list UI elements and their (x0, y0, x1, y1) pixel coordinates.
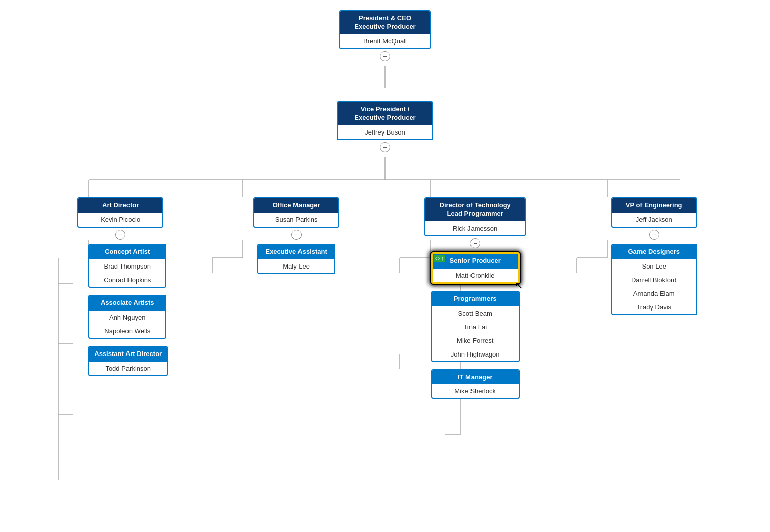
office-manager-collapse-btn[interactable]: − (291, 230, 302, 240)
associate-artists-title: Associate Artists (89, 296, 165, 311)
associate-artist-name2: Napoleon Wells (89, 324, 165, 338)
senior-producer-name: Matt Cronkile (433, 269, 518, 282)
cursor-icon: ↖ (515, 279, 523, 291)
vp-title: Vice President / Executive Producer (338, 102, 432, 125)
game-designer-name4: Trady Davis (612, 300, 696, 314)
ceo-name: Brentt McQuall (340, 34, 430, 48)
dot-col: Director of Technology Lead Programmer R… (424, 197, 526, 399)
vp-collapse-btn[interactable]: − (380, 142, 390, 152)
dot-children: ⇔ ↕ Senior Producer Matt Cronkile ↖ Prog… (431, 252, 520, 400)
game-designer-name1: Son Lee (612, 259, 696, 273)
ceo-collapse-btn[interactable]: − (380, 51, 390, 61)
vp-eng-col: VP of Engineering Jeff Jackson − Game De… (611, 197, 697, 315)
associate-artists-node: Associate Artists Anh Nguyen Napoleon We… (88, 295, 166, 339)
office-manager-title: Office Manager (254, 198, 338, 213)
concept-artist-title: Concept Artist (89, 245, 165, 259)
exec-assistant-title: Executive Assistant (258, 245, 334, 259)
vp-eng-title: VP of Engineering (612, 198, 696, 213)
ceo-title: President & CEO Executive Producer (340, 11, 430, 34)
asst-art-director-name: Todd Parkinson (89, 362, 167, 375)
programmers-title: Programmers (432, 292, 519, 306)
programmer-name4: John Highwagon (432, 347, 519, 361)
dot-title: Director of Technology Lead Programmer (425, 198, 525, 221)
asst-art-director-node: Assistant Art Director Todd Parkinson (88, 346, 168, 376)
game-designers-node: Game Designers Son Lee Darrell Blokford … (611, 244, 697, 315)
concept-artist-node: Concept Artist Brad Thompson Conrad Hopk… (88, 244, 166, 288)
exec-assistant-node: Executive Assistant Maly Lee (257, 244, 335, 274)
concept-artist-name2: Conrad Hopkins (89, 273, 165, 287)
vp-eng-children: Game Designers Son Lee Darrell Blokford … (611, 244, 697, 315)
vp-eng-collapse-btn[interactable]: − (649, 230, 659, 240)
senior-producer-title: Senior Producer (433, 254, 518, 269)
org-chart: President & CEO Executive Producer Brent… (0, 0, 770, 532)
level2-wrapper: Art Director Kevin Picocio − Concept Art… (0, 197, 770, 399)
exec-assistant-name: Maly Lee (258, 259, 334, 273)
vp-node: Vice President / Executive Producer Jeff… (337, 101, 433, 152)
game-designer-name2: Darrell Blokford (612, 273, 696, 287)
concept-artist-name1: Brad Thompson (89, 259, 165, 273)
it-manager-name: Mike Sherlock (432, 384, 519, 398)
senior-producer-node[interactable]: ⇔ ↕ Senior Producer Matt Cronkile ↖ (431, 252, 520, 284)
programmer-name2: Tina Lai (432, 320, 519, 334)
game-designers-title: Game Designers (612, 245, 696, 259)
programmer-name1: Scott Beam (432, 306, 519, 320)
it-manager-node: IT Manager Mike Sherlock (431, 369, 520, 400)
programmers-node: Programmers Scott Beam Tina Lai Mike For… (431, 291, 520, 362)
dot-name: Rick Jamesson (425, 221, 525, 235)
dot-collapse-btn[interactable]: − (470, 238, 480, 248)
art-director-children: Concept Artist Brad Thompson Conrad Hopk… (88, 244, 168, 376)
it-manager-title: IT Manager (432, 370, 519, 385)
move-icon: ⇔ ↕ (434, 255, 446, 262)
programmer-name3: Mike Forrest (432, 334, 519, 347)
asst-art-director-title: Assistant Art Director (89, 347, 167, 362)
ceo-node: President & CEO Executive Producer Brent… (339, 10, 431, 61)
vp-eng-name: Jeff Jackson (612, 213, 696, 227)
office-manager-children: Executive Assistant Maly Lee (257, 244, 335, 274)
art-director-name: Kevin Picocio (78, 213, 162, 227)
art-director-col: Art Director Kevin Picocio − Concept Art… (73, 197, 168, 376)
office-manager-col: Office Manager Susan Parkins − Executive… (253, 197, 339, 274)
game-designer-name3: Amanda Elam (612, 287, 696, 300)
art-director-title: Art Director (78, 198, 162, 213)
associate-artist-name1: Anh Nguyen (89, 311, 165, 324)
office-manager-name: Susan Parkins (254, 213, 338, 227)
art-director-collapse-btn[interactable]: − (115, 230, 125, 240)
vp-name: Jeffrey Buson (338, 125, 432, 139)
